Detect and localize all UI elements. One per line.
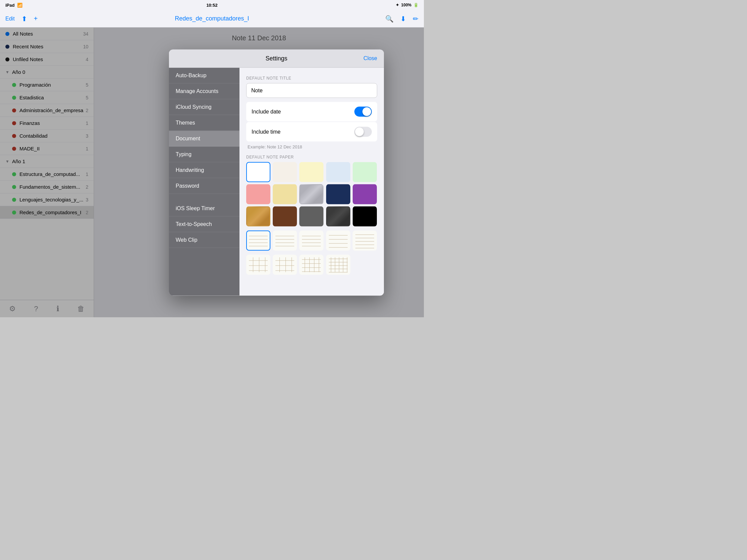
- grid-paper-3[interactable]: [299, 255, 324, 275]
- settings-menu-handwriting[interactable]: Handwriting: [169, 162, 239, 178]
- lined-paper-grid: [246, 230, 377, 250]
- color-swatch-navy[interactable]: [326, 184, 350, 204]
- settings-menu-document[interactable]: Document: [169, 131, 239, 146]
- color-swatch-gold-textured[interactable]: [246, 206, 271, 226]
- settings-modal: Settings Close Auto-Backup Manage Accoun…: [169, 49, 384, 295]
- example-text: Example: Note 12 Dec 2018: [248, 144, 377, 149]
- color-swatch-gray-textured[interactable]: [299, 184, 324, 204]
- lined-paper-4[interactable]: [326, 230, 350, 250]
- settings-sidebar: Auto-Backup Manage Accounts iCloud Synci…: [169, 68, 239, 295]
- include-time-toggle[interactable]: [354, 127, 372, 137]
- settings-menu-auto-backup[interactable]: Auto-Backup: [169, 68, 239, 83]
- grid-paper-2[interactable]: [273, 255, 297, 275]
- color-swatch-brown[interactable]: [273, 206, 297, 226]
- toggle-thumb-date: [362, 107, 371, 116]
- bluetooth-icon: ✦: [396, 3, 399, 7]
- download-icon[interactable]: ⬇: [401, 15, 406, 23]
- main-area: All Notes 34 Recent Notes 10 Unfiled Not…: [0, 28, 424, 317]
- grid-paper-empty: [353, 255, 377, 275]
- color-swatch-gray-mid[interactable]: [299, 206, 324, 226]
- default-note-title-label: DEFAULT NOTE TITLE: [246, 76, 377, 80]
- color-swatch-blue-light[interactable]: [326, 162, 350, 182]
- color-swatch-white[interactable]: [246, 162, 271, 182]
- settings-menu-icloud-syncing[interactable]: iCloud Syncing: [169, 99, 239, 115]
- toolbar: Edit ⬆ + Redes_de_computadores_I 🔍 ⬇ ✏: [0, 10, 424, 28]
- include-time-row: Include time: [246, 122, 377, 141]
- search-icon[interactable]: 🔍: [385, 15, 394, 23]
- color-swatch-purple[interactable]: [353, 184, 377, 204]
- lined-paper-2[interactable]: [273, 230, 297, 250]
- carrier-label: iPad: [5, 3, 15, 8]
- color-swatch-cream[interactable]: [273, 162, 297, 182]
- wifi-icon: 📶: [17, 3, 23, 8]
- color-swatch-dark-textured[interactable]: [326, 206, 350, 226]
- modal-body: Auto-Backup Manage Accounts iCloud Synci…: [169, 68, 384, 295]
- modal-title: Settings: [265, 55, 287, 62]
- grid-paper-row: [246, 255, 377, 275]
- default-note-paper-label: DEFAULT NOTE PAPER: [246, 155, 377, 159]
- lined-paper-3[interactable]: [299, 230, 324, 250]
- color-swatch-tan[interactable]: [273, 184, 297, 204]
- grid-paper-1[interactable]: [246, 255, 271, 275]
- default-note-title-input[interactable]: [246, 83, 377, 98]
- settings-menu-password[interactable]: Password: [169, 178, 239, 194]
- settings-menu-web-clip[interactable]: Web Clip: [169, 232, 239, 248]
- settings-menu-ios-sleep-timer[interactable]: iOS Sleep Timer: [169, 201, 239, 216]
- lined-paper-1[interactable]: [246, 230, 271, 250]
- color-swatch-green-light[interactable]: [353, 162, 377, 182]
- settings-menu-themes[interactable]: Themes: [169, 115, 239, 131]
- toggle-thumb-time: [355, 127, 364, 136]
- settings-menu-text-to-speech[interactable]: Text-to-Speech: [169, 216, 239, 232]
- grid-paper-4[interactable]: [326, 255, 350, 275]
- battery-icon: 🔋: [413, 3, 418, 7]
- settings-content: DEFAULT NOTE TITLE Include date Include …: [239, 68, 384, 295]
- color-swatch-black[interactable]: [353, 206, 377, 226]
- include-date-label: Include date: [252, 108, 281, 114]
- lined-paper-5[interactable]: [353, 230, 377, 250]
- color-grid: [246, 162, 377, 226]
- settings-menu-typing[interactable]: Typing: [169, 146, 239, 162]
- include-date-row: Include date: [246, 102, 377, 121]
- time-label: 10:52: [206, 3, 217, 8]
- status-bar: iPad 📶 10:52 ✦ 100% 🔋: [0, 0, 424, 10]
- edit-button[interactable]: Edit: [5, 16, 15, 22]
- include-time-label: Include time: [252, 129, 280, 135]
- settings-menu-manage-accounts[interactable]: Manage Accounts: [169, 83, 239, 99]
- compose-icon[interactable]: ✏: [413, 15, 418, 23]
- add-button[interactable]: +: [34, 15, 38, 23]
- share-button[interactable]: ⬆: [22, 15, 27, 23]
- battery-percent: 100%: [401, 3, 411, 7]
- color-swatch-pink[interactable]: [246, 184, 271, 204]
- color-swatch-yellow[interactable]: [299, 162, 324, 182]
- modal-header: Settings Close: [169, 49, 384, 68]
- close-button[interactable]: Close: [363, 55, 377, 61]
- notebook-title: Redes_de_computadores_I: [175, 15, 249, 22]
- include-date-toggle[interactable]: [354, 106, 372, 116]
